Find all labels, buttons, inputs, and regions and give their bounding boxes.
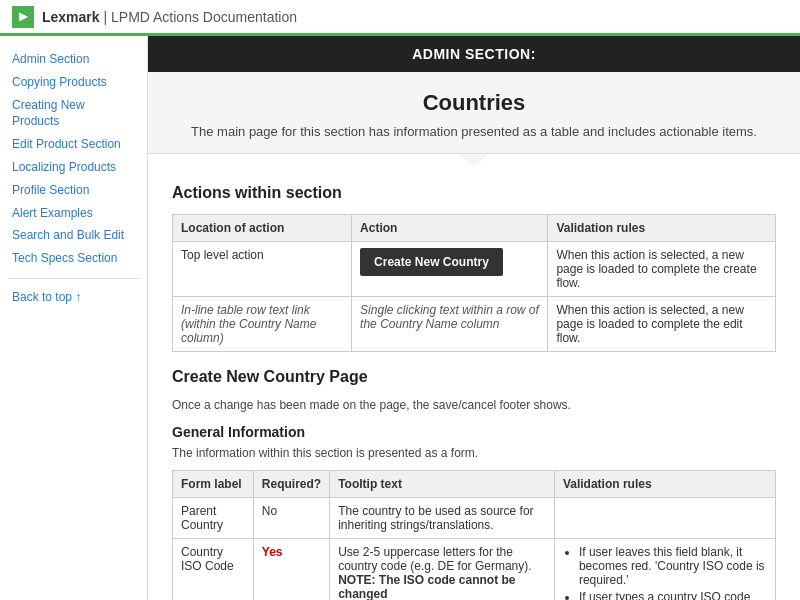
sidebar-item-localizing-products[interactable]: Localizing Products <box>8 156 139 179</box>
actions-section-title: Actions within section <box>172 184 776 202</box>
row1-location: Top level action <box>173 242 352 297</box>
general-info-title: General Information <box>172 424 776 440</box>
row1-action: Create New Country <box>352 242 548 297</box>
admin-bar-label: ADMIN SECTION: <box>412 46 536 62</box>
general-info-desc: The information within this section is p… <box>172 446 776 460</box>
row2-location: In-line table row text link (within the … <box>173 297 352 352</box>
table-row: Country ISO Code Yes Use 2-5 uppercase l… <box>173 539 776 601</box>
header-title: Lexmark | LPMD Actions Documentation <box>42 9 297 25</box>
sidebar-divider <box>8 278 139 279</box>
sidebar-item-alert-examples[interactable]: Alert Examples <box>8 202 139 225</box>
sidebar-item-tech-specs-section[interactable]: Tech Specs Section <box>8 247 139 270</box>
table-row: In-line table row text link (within the … <box>173 297 776 352</box>
sidebar-item-copying-products[interactable]: Copying Products <box>8 71 139 94</box>
sidebar: Admin Section Copying Products Creating … <box>0 36 148 600</box>
sidebar-item-admin-section[interactable]: Admin Section <box>8 48 139 71</box>
parent-country-label: Parent Country <box>173 498 254 539</box>
logo-icon: ▶ <box>12 6 34 28</box>
form-col-validation: Validation rules <box>554 471 775 498</box>
row2-action: Single clicking text within a row of the… <box>352 297 548 352</box>
back-to-top-link[interactable]: Back to top ↑ <box>8 287 139 307</box>
sidebar-item-search-and-bulk-edit[interactable]: Search and Bulk Edit <box>8 224 139 247</box>
validation-item: If user types a country ISO code that <box>579 590 767 600</box>
sidebar-item-edit-product-section[interactable]: Edit Product Section <box>8 133 139 156</box>
form-col-label: Form label <box>173 471 254 498</box>
main-body: Actions within section Location of actio… <box>148 168 800 600</box>
hero-title: Countries <box>172 90 776 116</box>
form-col-required: Required? <box>253 471 329 498</box>
iso-code-validation-list: If user leaves this field blank, it beco… <box>563 545 767 600</box>
header: ▶ Lexmark | LPMD Actions Documentation <box>0 0 800 36</box>
validation-item: If user leaves this field blank, it beco… <box>579 545 767 587</box>
iso-code-tooltip: Use 2-5 uppercase letters for the countr… <box>330 539 555 601</box>
iso-code-required: Yes <box>253 539 329 601</box>
brand-name: Lexmark <box>42 9 100 25</box>
hero-area: Countries The main page for this section… <box>148 72 800 154</box>
admin-section-bar: ADMIN SECTION: <box>148 36 800 72</box>
actions-col-location: Location of action <box>173 215 352 242</box>
create-new-country-button[interactable]: Create New Country <box>360 248 503 276</box>
parent-country-required: No <box>253 498 329 539</box>
sidebar-item-profile-section[interactable]: Profile Section <box>8 179 139 202</box>
create-section-title: Create New Country Page <box>172 368 776 386</box>
hero-arrow <box>460 154 488 168</box>
parent-country-tooltip: The country to be used as source for inh… <box>330 498 555 539</box>
form-col-tooltip: Tooltip text <box>330 471 555 498</box>
row2-validation: When this action is selected, a new page… <box>548 297 776 352</box>
hero-description: The main page for this section has infor… <box>172 124 776 139</box>
table-row: Parent Country No The country to be used… <box>173 498 776 539</box>
iso-code-label: Country ISO Code <box>173 539 254 601</box>
main-content: ADMIN SECTION: Countries The main page f… <box>148 36 800 600</box>
actions-col-validation: Validation rules <box>548 215 776 242</box>
parent-country-validation <box>554 498 775 539</box>
separator: | <box>103 9 107 25</box>
app-title: LPMD Actions Documentation <box>111 9 297 25</box>
actions-col-action: Action <box>352 215 548 242</box>
layout: Admin Section Copying Products Creating … <box>0 36 800 600</box>
actions-table: Location of action Action Validation rul… <box>172 214 776 352</box>
general-info-table: Form label Required? Tooltip text Valida… <box>172 470 776 600</box>
create-section-desc: Once a change has been made on the page,… <box>172 398 776 412</box>
sidebar-item-creating-new-products[interactable]: Creating New Products <box>8 94 139 134</box>
table-row: Top level action Create New Country When… <box>173 242 776 297</box>
iso-code-validation: If user leaves this field blank, it beco… <box>554 539 775 601</box>
row1-validation: When this action is selected, a new page… <box>548 242 776 297</box>
